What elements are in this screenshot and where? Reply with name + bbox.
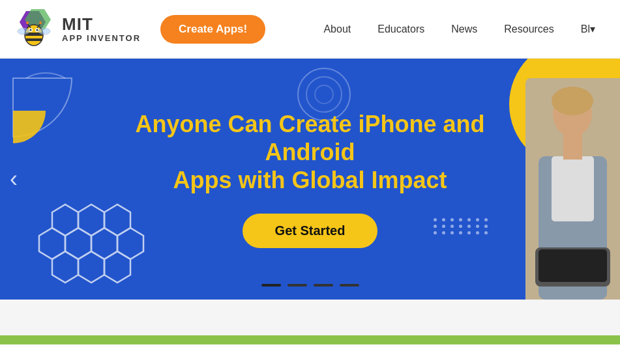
indicator-1[interactable] — [261, 284, 281, 287]
svg-point-13 — [39, 21, 42, 24]
svg-point-31 — [552, 87, 593, 115]
svg-rect-5 — [25, 38, 42, 41]
main-nav: About Educators News Resources Bl▾ — [312, 16, 607, 42]
svg-rect-33 — [552, 156, 594, 221]
indicator-2[interactable] — [288, 284, 307, 287]
svg-rect-36 — [539, 249, 607, 282]
nav-item-blog[interactable]: Bl▾ — [569, 16, 607, 42]
svg-rect-34 — [563, 133, 582, 160]
nav-item-resources[interactable]: Resources — [492, 17, 565, 42]
nav-item-news[interactable]: News — [439, 17, 489, 42]
logo-appinventor-label: APP INVENTOR — [62, 34, 141, 43]
hero-content: Anyone Can Create iPhone and Android App… — [115, 97, 506, 262]
nav-item-about[interactable]: About — [312, 17, 362, 42]
slider-indicators — [261, 284, 359, 287]
create-apps-button[interactable]: Create Apps! — [160, 15, 265, 44]
svg-point-15 — [38, 28, 50, 35]
svg-point-9 — [37, 29, 38, 31]
logo-link[interactable]: MIT APP INVENTOR — [13, 8, 141, 50]
get-started-button[interactable]: Get Started — [243, 214, 378, 248]
svg-marker-23 — [52, 251, 78, 283]
hero-banner: ‹ Anyone Can Create iPhone and Android A… — [0, 59, 620, 300]
svg-point-14 — [18, 28, 29, 35]
logo-text: MIT APP INVENTOR — [62, 15, 141, 43]
logo-icon — [13, 8, 55, 50]
nav-item-educators[interactable]: Educators — [366, 17, 436, 42]
person-image — [525, 78, 620, 300]
hero-title: Anyone Can Create iPhone and Android App… — [128, 110, 493, 195]
slider-prev-button[interactable]: ‹ — [10, 165, 18, 193]
content-spacer — [0, 300, 620, 335]
svg-marker-24 — [78, 251, 104, 283]
indicator-4[interactable] — [340, 284, 359, 287]
green-bar — [0, 335, 620, 344]
logo-mit-label: MIT — [62, 15, 141, 34]
site-header: MIT APP INVENTOR Create Apps! About Educ… — [0, 0, 620, 59]
deco-topleft-shapes — [7, 72, 78, 143]
svg-point-8 — [30, 29, 32, 31]
svg-point-11 — [26, 21, 29, 24]
indicator-3[interactable] — [314, 284, 333, 287]
